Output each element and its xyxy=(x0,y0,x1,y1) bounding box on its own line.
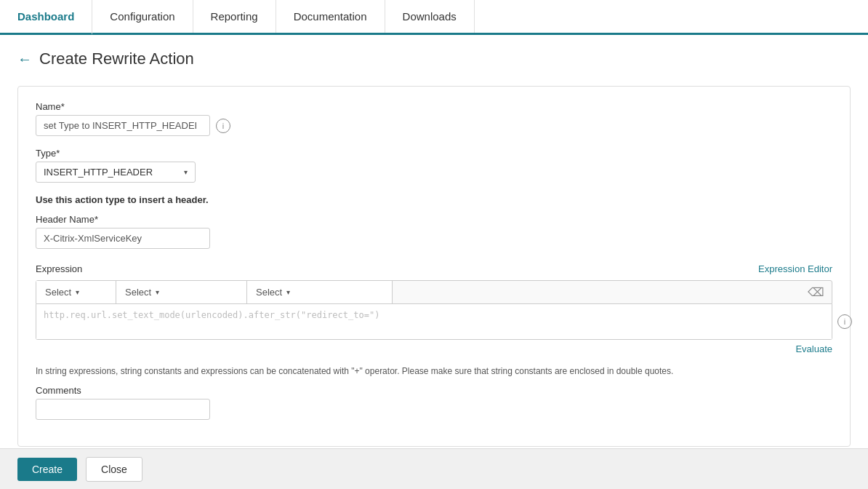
type-dropdown-value: INSERT_HTTP_HEADER xyxy=(44,167,153,178)
navbar-item-dashboard[interactable]: Dashboard xyxy=(0,0,92,35)
type-field-group: Type* INSERT_HTTP_HEADER ▾ xyxy=(36,148,832,183)
expression-info-icon[interactable]: i xyxy=(837,314,852,329)
expression-select-2-label: Select xyxy=(125,287,151,298)
type-dropdown-chevron-icon: ▾ xyxy=(184,168,188,176)
evaluate-link-row: Evaluate xyxy=(36,343,832,354)
expression-select-2[interactable]: Select ▾ xyxy=(116,281,247,303)
evaluate-link[interactable]: Evaluate xyxy=(795,343,832,354)
comments-input[interactable] xyxy=(36,399,210,420)
expression-header: Expression Expression Editor xyxy=(36,263,832,274)
header-name-label: Header Name* xyxy=(36,214,832,225)
type-hint: Use this action type to insert a header. xyxy=(36,194,832,205)
close-button[interactable]: Close xyxy=(86,457,142,482)
expression-select-1-label: Select xyxy=(45,287,71,298)
expression-textarea-wrapper: i xyxy=(36,304,832,340)
expression-select-3-label: Select xyxy=(256,287,282,298)
back-arrow-icon[interactable]: ← xyxy=(17,51,32,68)
type-label: Type* xyxy=(36,148,832,159)
concat-hint: In string expressions, string constants … xyxy=(36,366,832,376)
name-info-icon[interactable]: i xyxy=(216,119,230,133)
navbar-item-documentation[interactable]: Documentation xyxy=(276,0,385,33)
name-input[interactable] xyxy=(36,115,210,136)
page-title: Create Rewrite Action xyxy=(39,49,194,68)
navbar-item-downloads[interactable]: Downloads xyxy=(385,0,475,33)
expression-label: Expression xyxy=(36,263,82,274)
name-label: Name* xyxy=(36,101,832,112)
footer-bar: Create Close xyxy=(0,448,868,489)
expression-selects-row: Select ▾ Select ▾ Select ▾ ⌫ xyxy=(36,280,832,304)
expression-select-3-chevron-icon: ▾ xyxy=(286,288,290,296)
expression-select-2-chevron-icon: ▾ xyxy=(156,288,159,296)
navbar-item-configuration[interactable]: Configuration xyxy=(92,0,193,33)
form-card: Name* i Type* INSERT_HTTP_HEADER ▾ Use t… xyxy=(17,86,851,447)
comments-field-group: Comments xyxy=(36,385,832,420)
expression-editor-link[interactable]: Expression Editor xyxy=(758,263,832,274)
navbar: Dashboard Configuration Reporting Docume… xyxy=(0,0,868,35)
expression-textarea[interactable] xyxy=(36,304,832,339)
create-button[interactable]: Create xyxy=(17,458,77,481)
page-title-row: ← Create Rewrite Action xyxy=(17,49,851,68)
type-dropdown[interactable]: INSERT_HTTP_HEADER ▾ xyxy=(36,162,196,183)
header-name-input[interactable] xyxy=(36,228,210,249)
name-field-group: Name* i xyxy=(36,101,832,136)
header-name-field-group: Header Name* xyxy=(36,214,832,249)
navbar-item-reporting[interactable]: Reporting xyxy=(193,0,276,33)
comments-label: Comments xyxy=(36,385,832,396)
expression-clear-button[interactable]: ⌫ xyxy=(800,281,832,303)
page-content: ← Create Rewrite Action Name* i Type* IN… xyxy=(0,35,868,489)
expression-select-3[interactable]: Select ▾ xyxy=(247,281,393,303)
expression-select-1-chevron-icon: ▾ xyxy=(76,288,79,296)
expression-field-group: Expression Expression Editor Select ▾ Se… xyxy=(36,263,832,354)
expression-select-1[interactable]: Select ▾ xyxy=(36,281,116,303)
